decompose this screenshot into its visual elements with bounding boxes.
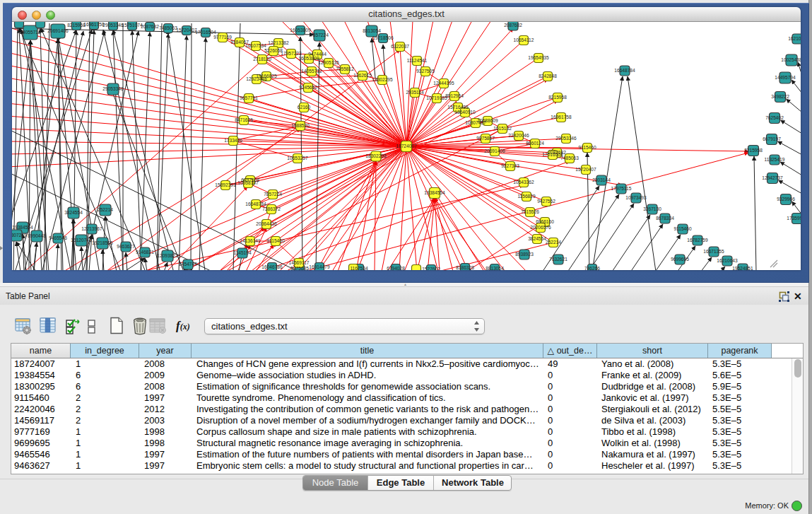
svg-text:19218506: 19218506 xyxy=(372,35,394,40)
svg-text:17016504: 17016504 xyxy=(542,152,563,157)
svg-text:12213382: 12213382 xyxy=(268,40,289,45)
svg-text:20691406: 20691406 xyxy=(484,148,505,153)
svg-text:14136141: 14136141 xyxy=(240,238,261,243)
svg-text:1588520: 1588520 xyxy=(291,123,310,128)
svg-text:14055712: 14055712 xyxy=(20,30,41,35)
svg-text:22420046: 22420046 xyxy=(508,133,529,138)
svg-text:8471626: 8471626 xyxy=(235,117,253,122)
svg-text:8938923: 8938923 xyxy=(515,252,534,257)
svg-text:7625402: 7625402 xyxy=(765,115,784,120)
svg-text:5226058: 5226058 xyxy=(264,48,283,53)
svg-text:1362615: 1362615 xyxy=(353,73,372,78)
svg-text:14055712: 14055712 xyxy=(301,69,322,74)
svg-text:7857224: 7857224 xyxy=(310,33,329,37)
svg-text:14495794: 14495794 xyxy=(775,75,796,80)
svg-text:17975115: 17975115 xyxy=(611,186,632,191)
svg-text:7955812: 7955812 xyxy=(336,66,354,71)
svg-text:8454749: 8454749 xyxy=(179,262,197,267)
svg-text:1621072: 1621072 xyxy=(788,36,801,41)
svg-text:18724007: 18724007 xyxy=(396,144,417,148)
svg-text:15720407: 15720407 xyxy=(575,167,596,172)
svg-text:1145194: 1145194 xyxy=(233,250,252,255)
svg-text:16782759: 16782759 xyxy=(687,238,708,243)
svg-text:6794028: 6794028 xyxy=(387,266,405,270)
svg-text:12905135: 12905135 xyxy=(318,60,339,65)
svg-text:6966160: 6966160 xyxy=(536,219,554,224)
svg-text:1733436: 1733436 xyxy=(224,138,242,143)
svg-text:19218506: 19218506 xyxy=(92,240,113,245)
svg-text:11124541: 11124541 xyxy=(407,58,428,63)
svg-text:6679197: 6679197 xyxy=(763,136,781,141)
svg-text:252214: 252214 xyxy=(98,207,113,212)
svg-text:3498222: 3498222 xyxy=(771,94,789,99)
svg-text:17957223: 17957223 xyxy=(281,51,302,56)
svg-text:7632621: 7632621 xyxy=(549,257,567,262)
svg-text:62160: 62160 xyxy=(298,105,311,110)
svg-text:12942737: 12942737 xyxy=(762,175,783,180)
svg-text:18807249: 18807249 xyxy=(12,233,27,238)
svg-text:8660124: 8660124 xyxy=(526,141,544,146)
svg-text:9975867: 9975867 xyxy=(476,136,495,141)
svg-text:9327505: 9327505 xyxy=(416,69,435,74)
svg-text:1615132: 1615132 xyxy=(493,126,512,131)
svg-text:10719185: 10719185 xyxy=(426,95,447,100)
svg-text:12444195: 12444195 xyxy=(433,81,454,86)
svg-text:16671355: 16671355 xyxy=(703,249,724,254)
svg-text:29053346: 29053346 xyxy=(555,136,577,141)
svg-text:9777169: 9777169 xyxy=(213,35,232,40)
svg-text:11325419: 11325419 xyxy=(765,157,785,162)
svg-text:2087682: 2087682 xyxy=(141,24,159,29)
svg-text:12093822: 12093822 xyxy=(157,253,178,258)
svg-text:9115460: 9115460 xyxy=(578,145,596,150)
svg-text:16961758: 16961758 xyxy=(551,115,572,119)
svg-text:9245652: 9245652 xyxy=(299,85,317,90)
svg-text:8242848: 8242848 xyxy=(539,74,557,78)
svg-text:16648784: 16648784 xyxy=(614,68,635,73)
svg-text:8912954: 8912954 xyxy=(445,93,464,98)
svg-text:19654935: 19654935 xyxy=(528,55,549,60)
svg-text:16053809: 16053809 xyxy=(298,56,319,61)
svg-text:8990448: 8990448 xyxy=(28,233,46,238)
svg-text:9427552: 9427552 xyxy=(537,199,555,204)
svg-text:10688609: 10688609 xyxy=(477,118,498,123)
svg-text:10025438: 10025438 xyxy=(781,57,801,62)
svg-text:1156829: 1156829 xyxy=(517,194,536,199)
svg-text:2803144: 2803144 xyxy=(592,177,611,182)
svg-text:29053346: 29053346 xyxy=(102,23,124,28)
svg-text:3824554: 3824554 xyxy=(528,236,546,241)
svg-text:9146821: 9146821 xyxy=(136,250,154,255)
svg-text:10654112: 10654112 xyxy=(514,37,534,42)
svg-text:7485063: 7485063 xyxy=(159,25,177,30)
svg-text:29053346: 29053346 xyxy=(102,86,124,91)
svg-text:2718120: 2718120 xyxy=(253,57,271,62)
svg-text:16648784: 16648784 xyxy=(245,201,266,206)
svg-text:9699695: 9699695 xyxy=(671,257,689,262)
svg-text:19524851: 19524851 xyxy=(732,266,753,270)
svg-text:9465546: 9465546 xyxy=(49,235,67,240)
svg-text:12923448: 12923448 xyxy=(246,76,267,81)
svg-text:10973493: 10973493 xyxy=(625,195,647,200)
svg-text:6322037: 6322037 xyxy=(391,44,409,49)
svg-text:16107534: 16107534 xyxy=(245,43,266,48)
svg-text:5875685: 5875685 xyxy=(290,266,309,270)
svg-text:252214: 252214 xyxy=(546,240,561,245)
svg-text:8186328: 8186328 xyxy=(456,265,474,270)
svg-text:15720407: 15720407 xyxy=(176,28,197,33)
svg-text:10958107: 10958107 xyxy=(237,180,259,185)
svg-text:8678334: 8678334 xyxy=(656,216,674,221)
svg-text:15751074: 15751074 xyxy=(122,23,143,28)
svg-text:2935114: 2935114 xyxy=(406,90,424,95)
svg-text:3267130: 3267130 xyxy=(643,206,661,211)
svg-text:16961758: 16961758 xyxy=(83,22,105,27)
svg-text:1527602: 1527602 xyxy=(422,267,440,270)
svg-text:3824554: 3824554 xyxy=(64,210,83,215)
svg-text:17016504: 17016504 xyxy=(195,30,216,35)
svg-text:9115460: 9115460 xyxy=(673,226,692,231)
svg-text:18302295: 18302295 xyxy=(365,153,387,158)
svg-text:16053809: 16053809 xyxy=(290,28,311,33)
svg-text:15716485: 15716485 xyxy=(447,105,469,110)
svg-text:8813054: 8813054 xyxy=(363,28,381,33)
svg-text:746266: 746266 xyxy=(584,266,600,270)
svg-text:9115460: 9115460 xyxy=(266,238,285,243)
svg-text:19384554: 19384554 xyxy=(424,190,445,195)
